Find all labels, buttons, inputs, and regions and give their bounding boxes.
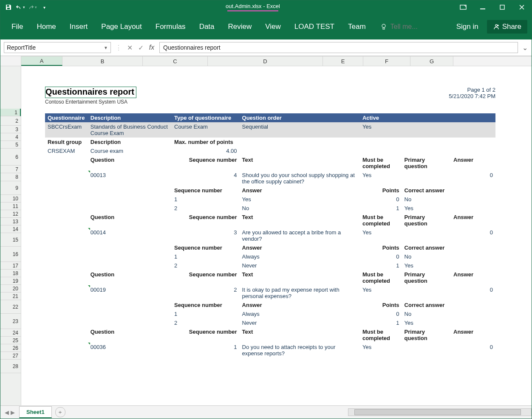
- col-header-b[interactable]: B: [62, 56, 143, 66]
- report-title-cell[interactable]: Questionnaires report: [45, 87, 136, 98]
- row-header-13[interactable]: 13: [0, 218, 21, 225]
- hdr-result-group: Result group: [45, 138, 88, 146]
- col-order: Question order: [240, 113, 360, 122]
- svg-rect-1: [480, 8, 485, 9]
- row-header-2[interactable]: 2: [0, 116, 21, 126]
- col-header-a[interactable]: A: [21, 56, 62, 66]
- row-header-7[interactable]: 7: [0, 166, 21, 173]
- tab-scroll-right[interactable]: ▶: [11, 409, 15, 416]
- page-date: 5/21/2020 7:42 PM: [449, 93, 495, 99]
- sheet-tab-sheet1[interactable]: Sheet1: [19, 406, 52, 418]
- row-header-24[interactable]: 24: [0, 329, 21, 337]
- formula-input[interactable]: Questionnaires report: [159, 42, 518, 53]
- tab-insert[interactable]: Insert: [63, 14, 95, 39]
- row-header-6[interactable]: 6: [0, 149, 21, 166]
- tell-me-input[interactable]: [390, 22, 434, 31]
- row-header-10[interactable]: 10: [0, 195, 21, 202]
- name-box[interactable]: ReportTitle ▼: [4, 42, 111, 53]
- row-header-12[interactable]: 12: [0, 210, 21, 218]
- col-type: Type of questionnaire: [172, 113, 240, 122]
- row-header-9[interactable]: 9: [0, 181, 21, 195]
- row-header-11[interactable]: 11: [0, 202, 21, 210]
- hdr-ans-seq: Sequence number: [172, 243, 240, 252]
- hdr-answer: Answer: [451, 155, 495, 171]
- row-header-20[interactable]: 20: [0, 285, 21, 292]
- tab-page-layout[interactable]: Page Layout: [94, 14, 148, 39]
- col-header-f[interactable]: F: [363, 56, 410, 66]
- sign-in-button[interactable]: Sign in: [452, 20, 483, 34]
- question-header-row: QuestionSequence numberTextMust be compl…: [45, 327, 495, 343]
- row-header-18[interactable]: 18: [0, 270, 21, 277]
- row-header-1[interactable]: 1: [0, 109, 21, 116]
- redo-button[interactable]: ▾: [28, 3, 37, 12]
- tab-load-test[interactable]: LOAD TEST: [288, 14, 341, 39]
- result-group: CRSEXAM: [45, 146, 88, 155]
- row-header-27[interactable]: 27: [0, 352, 21, 360]
- hdr-ans-correct: Correct answer: [402, 186, 495, 195]
- tab-view[interactable]: View: [258, 14, 288, 39]
- tell-me-search[interactable]: [380, 22, 434, 31]
- fx-button[interactable]: fx: [147, 44, 156, 51]
- row-header-15[interactable]: 15: [0, 233, 21, 247]
- tab-file[interactable]: File: [5, 14, 30, 39]
- row-header-4[interactable]: 4: [0, 133, 21, 141]
- row-header-22[interactable]: 22: [0, 300, 21, 314]
- ans-correct: Yes: [402, 318, 495, 327]
- row-header-28[interactable]: 28: [0, 360, 21, 373]
- save-button[interactable]: [4, 3, 13, 12]
- tab-data[interactable]: Data: [192, 14, 221, 39]
- row-header-16[interactable]: 16: [0, 247, 21, 262]
- worksheet-area[interactable]: Page 1 of 2 5/21/2020 7:42 PM Questionna…: [21, 66, 532, 405]
- row-header-3[interactable]: 3: [0, 126, 21, 133]
- answer-row: 2No1Yes: [45, 204, 495, 213]
- col-header-e[interactable]: E: [323, 56, 363, 66]
- hdr-primary: Primary question: [402, 155, 451, 171]
- table-header-row: Questionnaire Description Type of questi…: [45, 113, 495, 122]
- row-header-26[interactable]: 26: [0, 344, 21, 352]
- row-header-14[interactable]: 14: [0, 225, 21, 233]
- svg-point-3: [382, 24, 385, 28]
- minimize-button[interactable]: [473, 0, 492, 14]
- hdr-text: Text: [240, 327, 360, 343]
- chevron-down-icon[interactable]: ▼: [104, 45, 108, 50]
- tab-home[interactable]: Home: [30, 14, 62, 39]
- formula-expand-button[interactable]: ⌄: [521, 44, 528, 52]
- ans-points: 0: [360, 252, 402, 261]
- hdr-ans-seq: Sequence number: [172, 301, 240, 309]
- select-all-cell[interactable]: [0, 56, 21, 66]
- col-header-g[interactable]: G: [410, 56, 453, 66]
- hdr-seq: Sequence number: [172, 270, 240, 285]
- row-header-23[interactable]: 23: [0, 314, 21, 329]
- ans-answer: Yes: [240, 195, 360, 204]
- col-questionnaire: Questionnaire: [45, 113, 88, 122]
- col-header-d[interactable]: D: [208, 56, 323, 66]
- undo-button[interactable]: ▾: [16, 3, 25, 12]
- row-header-19[interactable]: 19: [0, 277, 21, 285]
- row-header-8[interactable]: 8: [0, 173, 21, 181]
- enter-formula-button[interactable]: ✓: [136, 44, 145, 52]
- maximize-button[interactable]: [492, 0, 512, 14]
- hdr-primary: Primary question: [402, 213, 451, 228]
- qat-customize-button[interactable]: ▾: [40, 3, 49, 12]
- question-id: 00013: [88, 171, 172, 186]
- tab-scroll-left[interactable]: ◀: [5, 409, 9, 416]
- row-header-17[interactable]: 17: [0, 262, 21, 270]
- ribbon: File Home Insert Page Layout Formulas Da…: [0, 14, 532, 39]
- tab-formulas[interactable]: Formulas: [149, 14, 192, 39]
- hdr-must: Must be completed: [360, 270, 402, 285]
- horizontal-scrollbar[interactable]: [348, 408, 532, 416]
- tab-review[interactable]: Review: [221, 14, 259, 39]
- row-header-25[interactable]: 25: [0, 337, 21, 344]
- question-header-row: QuestionSequence numberTextMust be compl…: [45, 155, 495, 171]
- row-header-5[interactable]: 5: [0, 141, 21, 149]
- close-button[interactable]: [512, 0, 532, 14]
- share-button[interactable]: Share: [487, 20, 527, 34]
- cancel-formula-button[interactable]: ✕: [125, 44, 134, 52]
- add-sheet-button[interactable]: ＋: [55, 407, 65, 417]
- answer-row: 2Never1Yes: [45, 261, 495, 270]
- hdr-ans-points: Points: [360, 186, 402, 195]
- ribbon-display-button[interactable]: [453, 0, 473, 14]
- col-header-c[interactable]: C: [143, 56, 208, 66]
- tab-team[interactable]: Team: [341, 14, 373, 39]
- row-header-21[interactable]: 21: [0, 292, 21, 300]
